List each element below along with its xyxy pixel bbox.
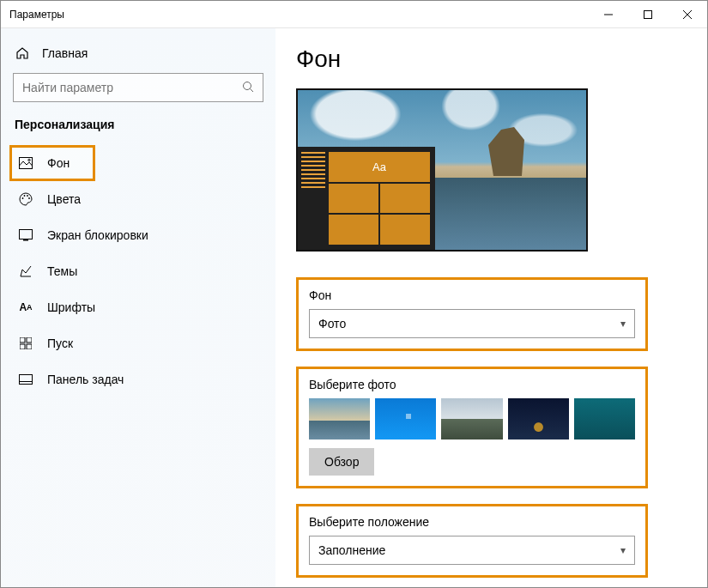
sidebar-item-label: Пуск: [47, 336, 73, 350]
sidebar-item-label: Панель задач: [47, 373, 124, 386]
home-link[interactable]: Главная: [9, 40, 267, 73]
preview-start-menu: Aa: [298, 147, 435, 250]
close-icon: [683, 10, 692, 19]
section-header: Персонализация: [9, 118, 267, 145]
sidebar-item-label: Шрифты: [47, 300, 95, 314]
content-area: Главная Персонализация Фон Цвета: [1, 28, 707, 587]
sidebar-item-taskbar[interactable]: Панель задач: [9, 361, 267, 397]
photo-thumb[interactable]: [441, 398, 502, 439]
preview-sample-text: Aa: [329, 152, 430, 182]
sidebar-item-label: Экран блокировки: [47, 228, 148, 242]
svg-rect-12: [20, 230, 33, 239]
sidebar-item-label: Темы: [47, 264, 77, 278]
photo-thumbnails: [309, 398, 635, 439]
svg-point-8: [22, 197, 24, 199]
svg-rect-16: [20, 344, 25, 349]
chevron-down-icon: ▾: [620, 318, 626, 330]
background-label: Фон: [309, 288, 635, 302]
window-controls: [589, 1, 707, 28]
titlebar: Параметры: [1, 1, 707, 28]
choose-photo-label: Выберите фото: [309, 378, 635, 391]
svg-point-10: [27, 195, 28, 197]
search-input-wrapper[interactable]: [13, 73, 263, 102]
search-input[interactable]: [22, 81, 242, 94]
svg-rect-15: [27, 337, 32, 342]
browse-button[interactable]: Обзор: [309, 448, 374, 476]
themes-icon: [18, 264, 33, 279]
fit-dropdown[interactable]: Заполнение ▾: [309, 536, 635, 565]
svg-rect-1: [644, 11, 652, 19]
window-title: Параметры: [9, 9, 64, 21]
photo-thumb[interactable]: [309, 398, 370, 439]
svg-rect-14: [20, 337, 25, 342]
svg-rect-13: [23, 239, 28, 241]
sidebar-item-label: Фон: [47, 156, 70, 170]
svg-point-11: [28, 197, 30, 199]
sidebar-item-themes[interactable]: Темы: [9, 253, 267, 289]
svg-point-4: [244, 82, 251, 89]
search-icon: [242, 81, 254, 95]
preview-start-list: [298, 147, 329, 250]
maximize-button[interactable]: [628, 1, 668, 28]
fit-label: Выберите положение: [309, 515, 635, 529]
taskbar-icon: [18, 372, 33, 387]
sidebar-item-start[interactable]: Пуск: [9, 325, 267, 361]
photo-thumb[interactable]: [574, 398, 635, 439]
sidebar-item-background[interactable]: Фон: [9, 145, 95, 181]
preview-landscape: [483, 124, 535, 176]
background-group: Фон Фото ▾: [296, 277, 648, 351]
sidebar-item-fonts[interactable]: AA Шрифты: [9, 289, 267, 325]
photo-thumb[interactable]: [508, 398, 569, 439]
sidebar-item-lockscreen[interactable]: Экран блокировки: [9, 217, 267, 253]
svg-line-5: [251, 88, 254, 92]
picture-icon: [18, 155, 33, 171]
svg-rect-18: [20, 375, 33, 385]
close-button[interactable]: [668, 1, 707, 28]
page-title: Фон: [296, 45, 687, 73]
fonts-icon: AA: [18, 300, 33, 315]
minimize-button[interactable]: [589, 1, 628, 28]
sidebar-item-label: Цвета: [47, 192, 81, 206]
maximize-icon: [644, 10, 652, 19]
background-value: Фото: [318, 317, 346, 330]
start-icon: [18, 336, 33, 351]
background-dropdown[interactable]: Фото ▾: [309, 309, 635, 338]
wallpaper-preview: Aa: [296, 88, 588, 252]
sidebar: Главная Персонализация Фон Цвета: [1, 28, 275, 587]
choose-photo-group: Выберите фото Обзор: [296, 367, 648, 488]
home-icon: [15, 45, 30, 61]
lockscreen-icon: [18, 227, 33, 243]
svg-point-7: [28, 159, 30, 161]
sidebar-item-colors[interactable]: Цвета: [9, 181, 267, 217]
fit-group: Выберите положение Заполнение ▾: [296, 504, 648, 578]
svg-rect-17: [27, 344, 32, 349]
fit-value: Заполнение: [318, 543, 385, 557]
photo-thumb[interactable]: [375, 398, 436, 439]
svg-point-9: [24, 195, 26, 197]
home-label: Главная: [42, 46, 88, 60]
palette-icon: [18, 191, 33, 207]
chevron-down-icon: ▾: [620, 544, 626, 556]
preview-start-tiles: Aa: [329, 147, 435, 250]
minimize-icon: [604, 10, 613, 19]
settings-window: Параметры Главная: [0, 0, 708, 588]
main-panel: Фон Aa Фон: [275, 28, 707, 587]
